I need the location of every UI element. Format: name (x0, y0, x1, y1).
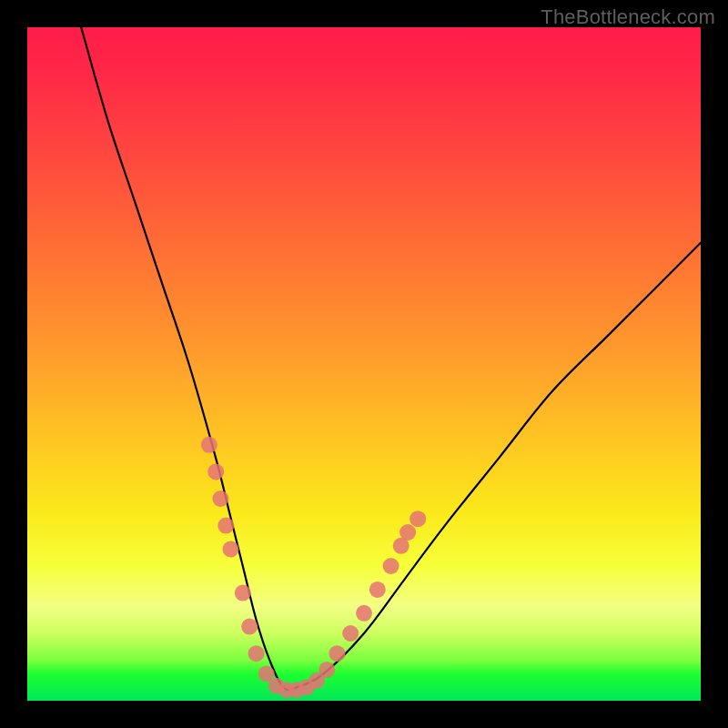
curve-marker (222, 541, 238, 558)
plot-area (27, 27, 701, 701)
curve-marker (356, 605, 372, 622)
curve-marker (383, 558, 399, 574)
curve-marker (342, 625, 359, 642)
curve-marker (235, 585, 251, 602)
curve-marker (212, 490, 228, 507)
watermark-text: TheBottleneck.com (541, 5, 715, 29)
curve-svg (27, 27, 701, 701)
marker-group (201, 437, 426, 698)
curve-marker (207, 463, 224, 480)
curve-marker (410, 511, 426, 527)
curve-marker (329, 645, 345, 662)
curve-marker (318, 662, 335, 678)
curve-marker (241, 619, 258, 635)
curve-marker (201, 437, 217, 453)
curve-marker (248, 645, 265, 662)
chart-frame: TheBottleneck.com (0, 0, 728, 728)
bottleneck-curve-path (81, 27, 701, 690)
curve-marker (369, 581, 386, 598)
curve-marker (399, 524, 416, 541)
curve-marker (217, 518, 234, 534)
